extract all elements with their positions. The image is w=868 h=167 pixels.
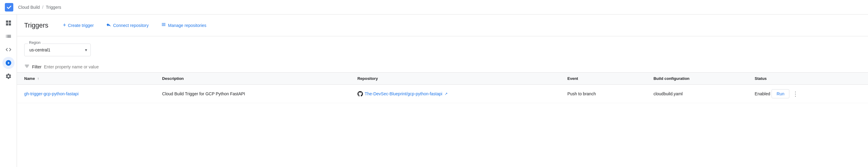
- more-options-icon: ⋮: [793, 90, 799, 98]
- manage-repos-icon: [161, 22, 166, 29]
- region-section: Region us-central1 us-east1 europe-west1…: [17, 36, 868, 61]
- table-header: Name ↑ Description Repository Event: [17, 73, 868, 85]
- create-trigger-button[interactable]: + Create trigger: [58, 20, 99, 31]
- sidebar-item-builds[interactable]: [2, 30, 14, 43]
- sidebar-item-triggers[interactable]: [2, 57, 14, 69]
- connect-repo-icon: [106, 22, 111, 29]
- status-actions-cell: Enabled Run ⋮: [754, 89, 861, 99]
- cell-event: Push to branch: [560, 85, 646, 103]
- trigger-name-link[interactable]: gh-trigger-gcp-python-fastapi: [24, 91, 79, 96]
- cell-status: Enabled Run ⋮: [747, 85, 868, 103]
- sidebar-item-dashboard[interactable]: [2, 17, 14, 29]
- cloud-build-logo: [5, 3, 13, 11]
- main-layout: Triggers + Create trigger Connect reposi…: [0, 15, 868, 167]
- col-event: Event: [560, 73, 646, 85]
- manage-repositories-label: Manage repositories: [168, 23, 207, 28]
- page-header: Triggers + Create trigger Connect reposi…: [17, 15, 868, 36]
- sidebar-item-repositories[interactable]: [2, 44, 14, 56]
- app-container: Cloud Build / Triggers: [0, 0, 868, 167]
- connect-repository-button[interactable]: Connect repository: [101, 20, 154, 31]
- run-button[interactable]: Run: [772, 89, 790, 98]
- col-status: Status: [747, 73, 868, 85]
- repository-link[interactable]: The-DevSec-Blueprint/gcp-python-fastapi …: [358, 91, 553, 96]
- svg-rect-0: [5, 3, 13, 11]
- sidebar: [0, 15, 17, 167]
- table-body: gh-trigger-gcp-python-fastapi Cloud Buil…: [17, 85, 868, 103]
- cell-build-config: cloudbuild.yaml: [646, 85, 748, 103]
- cell-repository: The-DevSec-Blueprint/gcp-python-fastapi …: [350, 85, 560, 103]
- filter-icon: [24, 63, 30, 70]
- create-trigger-icon: +: [63, 22, 66, 28]
- cell-name: gh-trigger-gcp-python-fastapi: [17, 85, 155, 103]
- table-wrapper: Name ↑ Description Repository Event: [17, 73, 868, 103]
- filter-input[interactable]: [44, 64, 861, 69]
- table-header-row: Name ↑ Description Repository Event: [17, 73, 868, 85]
- col-description: Description: [155, 73, 350, 85]
- more-options-button[interactable]: ⋮: [790, 89, 800, 99]
- status-badge: Enabled: [754, 91, 770, 96]
- name-sort-icon: ↑: [37, 77, 39, 81]
- connect-repository-label: Connect repository: [113, 23, 149, 28]
- top-bar: Cloud Build / Triggers: [0, 0, 868, 15]
- header-actions: + Create trigger Connect repository: [58, 19, 211, 31]
- region-select[interactable]: us-central1 us-east1 europe-west1 asia-e…: [24, 44, 91, 56]
- sidebar-item-settings[interactable]: [2, 70, 14, 82]
- create-trigger-label: Create trigger: [68, 23, 94, 28]
- filter-label: Filter: [32, 64, 41, 69]
- col-name: Name ↑: [17, 73, 155, 85]
- triggers-table: Name ↑ Description Repository Event: [17, 73, 868, 103]
- page-title: Triggers: [24, 22, 49, 29]
- breadcrumb-service: Cloud Build: [18, 5, 40, 10]
- content-area: Triggers + Create trigger Connect reposi…: [17, 15, 868, 167]
- col-repository: Repository: [350, 73, 560, 85]
- region-label: Region: [28, 40, 42, 45]
- external-link-icon: ↗: [444, 92, 447, 96]
- breadcrumb: Cloud Build / Triggers: [5, 3, 61, 11]
- breadcrumb-current: Triggers: [46, 5, 61, 10]
- filter-bar: Filter: [17, 61, 868, 73]
- table-row: gh-trigger-gcp-python-fastapi Cloud Buil…: [17, 85, 868, 103]
- breadcrumb-separator: /: [42, 5, 43, 10]
- cell-description: Cloud Build Trigger for GCP Python FastA…: [155, 85, 350, 103]
- github-icon: [358, 91, 363, 96]
- manage-repositories-button[interactable]: Manage repositories: [156, 19, 211, 31]
- col-build-config: Build configuration: [646, 73, 748, 85]
- region-select-wrapper: Region us-central1 us-east1 europe-west1…: [24, 44, 91, 56]
